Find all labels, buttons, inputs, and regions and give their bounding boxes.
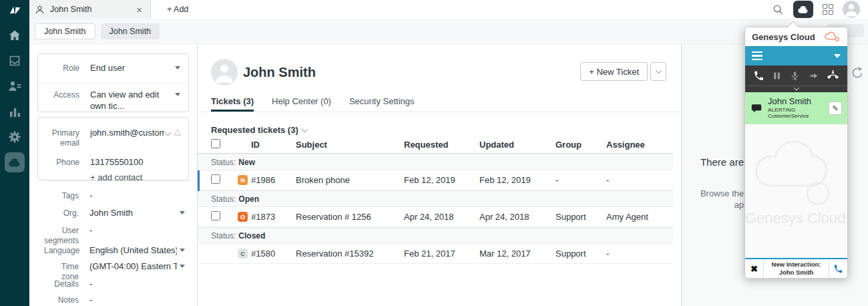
transfer-arrow-icon[interactable]: [808, 71, 819, 81]
edit-interaction-button[interactable]: ✎: [829, 102, 842, 115]
interaction-list-area: Genesys Cloud.: [745, 124, 847, 258]
sidebar-item-reporting[interactable]: [0, 99, 29, 124]
add-contact-link[interactable]: + add contact: [38, 172, 188, 183]
role-field[interactable]: Role End user: [38, 62, 188, 73]
tab-security-settings[interactable]: Security Settings: [349, 96, 415, 112]
contact-card: Primary email john.smith@customer.info P…: [37, 117, 189, 180]
page-title: John Smith: [243, 65, 316, 80]
chevron-down-icon: [180, 265, 185, 268]
tab-help-center[interactable]: Help Center (0): [272, 96, 331, 112]
collapse-controls-strip[interactable]: [745, 86, 847, 92]
breadcrumb-pill-1[interactable]: John Smith: [35, 23, 95, 39]
person-icon: [211, 59, 238, 86]
sidebar-item-genesys-cloud[interactable]: [0, 150, 29, 175]
primary-email-field[interactable]: Primary email john.smith@customer.info: [38, 127, 188, 148]
search-icon[interactable]: [773, 4, 784, 15]
reporting-icon: [9, 106, 21, 118]
customers-icon: [8, 80, 22, 93]
hold-icon[interactable]: [772, 71, 782, 81]
pencil-icon: ✎: [832, 104, 838, 113]
phone-icon: [833, 264, 843, 274]
chevron-down-icon[interactable]: [165, 130, 172, 136]
mute-microphone-icon[interactable]: [790, 70, 800, 82]
ticket-id-link[interactable]: #1580: [251, 249, 296, 259]
sidebar-item-views[interactable]: [0, 48, 29, 73]
workspace-tab[interactable]: John Smith ×: [29, 0, 151, 19]
language-field[interactable]: Language English (United States): [37, 245, 193, 256]
top-bar: John Smith × + Add: [29, 0, 868, 19]
widget-header: Genesys Cloud: [745, 27, 847, 46]
interaction-queue: CustomerService: [768, 113, 823, 119]
home-icon: [8, 29, 21, 42]
select-all-checkbox[interactable]: [211, 139, 220, 148]
end-call-icon[interactable]: [827, 70, 839, 82]
zendesk-logo: [0, 0, 29, 23]
chevron-down-icon: [175, 93, 180, 96]
menu-icon[interactable]: [752, 51, 763, 61]
widget-menu-bar: [745, 46, 847, 65]
ticket-subject-link[interactable]: Broken phone: [296, 175, 404, 185]
user-segments-field[interactable]: User segments -: [37, 224, 193, 246]
add-tab-button[interactable]: + Add: [160, 0, 195, 19]
views-icon: [8, 54, 21, 67]
ticket-id-link[interactable]: #1986: [251, 175, 296, 185]
interaction-state: ALERTING: [768, 107, 823, 113]
sidebar-item-home[interactable]: [0, 23, 29, 48]
tab-tickets[interactable]: Tickets (3): [211, 96, 254, 112]
status-badge-open: O: [238, 212, 248, 222]
apps-panel-text-fragment: Browse the ap: [682, 188, 744, 210]
status-group-new: Status:New: [198, 154, 673, 170]
row-checkbox[interactable]: [211, 211, 220, 220]
alerting-interaction-item[interactable]: John Smith ALERTING CustomerService ✎: [745, 92, 847, 124]
table-row[interactable]: N #1986 Broken phone Feb 12, 2019 Feb 12…: [198, 170, 673, 190]
widget-footer: ✖ New Interaction: John Smith: [745, 258, 847, 278]
call-controls-bar: [745, 65, 847, 86]
sidebar-item-admin[interactable]: [0, 124, 29, 150]
profile-avatar: [211, 59, 238, 86]
watermark-text: Genesys Cloud.: [745, 210, 847, 227]
notes-field[interactable]: Notes -: [37, 294, 193, 305]
phone-field[interactable]: Phone 13175550100: [38, 156, 188, 168]
genesys-logo-icon: [823, 31, 841, 43]
ticket-subject-link[interactable]: Reservation # 1256: [296, 212, 404, 222]
new-ticket-dropdown-button[interactable]: [650, 62, 666, 81]
selected-row-indicator: [198, 170, 200, 191]
org-field[interactable]: Org. John Smith: [37, 207, 193, 218]
answer-call-icon[interactable]: [753, 70, 765, 82]
table-row[interactable]: C #1580 Reservation #15392 Feb 21, 2017 …: [198, 244, 673, 264]
person-icon: [35, 5, 45, 15]
status-badge-new: N: [238, 175, 248, 185]
status-badge-closed: C: [238, 249, 248, 259]
tags-field[interactable]: Tags -: [37, 190, 193, 201]
access-field[interactable]: Access Can view and edit own tic...: [38, 89, 188, 112]
watermark-cloud-icon: [746, 134, 847, 210]
interaction-caller-name: John Smith: [768, 97, 823, 107]
profile-tabs: Tickets (3) Help Center (0) Security Set…: [198, 96, 681, 112]
breadcrumb-pill-2[interactable]: John Smith: [101, 23, 160, 39]
status-group-closed: Status:Closed: [198, 227, 673, 244]
table-row[interactable]: O #1873 Reservation # 1256 Apr 24, 2018 …: [198, 207, 673, 227]
genesys-cloud-topbar-button[interactable]: [793, 1, 813, 18]
user-details-panel: Role End user Access Can view and edit o…: [29, 44, 198, 306]
row-checkbox[interactable]: [211, 174, 220, 184]
user-avatar[interactable]: [843, 1, 860, 18]
sidebar-item-customers[interactable]: [0, 73, 29, 99]
details-field[interactable]: Details -: [37, 278, 193, 289]
tab-close-icon[interactable]: ×: [134, 5, 145, 15]
status-group-open: Status:Open: [198, 190, 673, 207]
dismiss-interaction-button[interactable]: ✖: [745, 259, 764, 278]
requested-tickets-title[interactable]: Requested tickets (3): [211, 125, 307, 135]
role-access-card: Role End user Access Can view and edit o…: [37, 53, 189, 112]
widget-title: Genesys Cloud: [752, 32, 823, 42]
ticket-subject-link[interactable]: Reservation #15392: [296, 249, 404, 259]
table-header: ID Subject Requested Updated Group Assig…: [198, 136, 673, 154]
refresh-icon[interactable]: [850, 65, 865, 80]
ticket-id-link[interactable]: #1873: [251, 212, 296, 222]
apps-grid-icon[interactable]: [823, 4, 833, 15]
pickup-call-button[interactable]: [829, 259, 847, 278]
new-ticket-button[interactable]: + New Ticket: [580, 62, 648, 81]
breadcrumb: John Smith John Smith: [29, 19, 868, 44]
main-content: John Smith + New Ticket Tickets (3) Help…: [198, 44, 681, 306]
chevron-down-icon[interactable]: [834, 54, 841, 58]
person-icon: [843, 1, 860, 18]
